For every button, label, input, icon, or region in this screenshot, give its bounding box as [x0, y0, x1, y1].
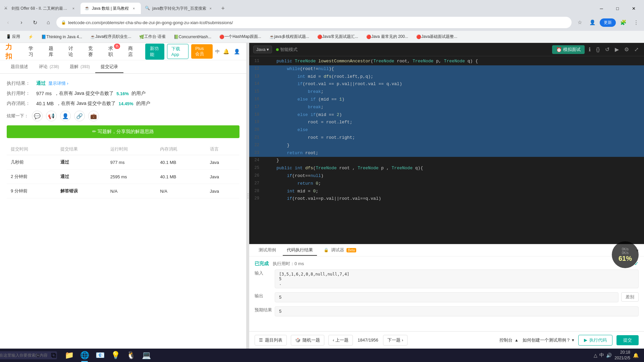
console-button[interactable]: 控制台 ▲: [499, 337, 519, 343]
input-field: 输入 [3,5,1,6,2,0,8,null,null,7,4] 5 .: [255, 269, 639, 288]
new-feature-button[interactable]: 新功能: [145, 44, 164, 60]
tab-solutions[interactable]: 题解 (393): [64, 61, 95, 73]
fullscreen-icon[interactable]: ⤢: [633, 45, 640, 54]
info-icon[interactable]: ℹ: [587, 45, 592, 54]
nav-problems[interactable]: 题库: [46, 44, 59, 59]
bookmark-hashmap[interactable]: 🔴 一个HashMap跟面...: [216, 33, 264, 41]
weibo-share-icon[interactable]: 📢: [46, 111, 57, 121]
language-select[interactable]: Java ▾: [253, 46, 272, 53]
row1-result[interactable]: 通过: [56, 155, 106, 170]
code-line-17: 17 break;: [249, 104, 644, 111]
settings-gear-icon[interactable]: ⚙: [623, 45, 630, 54]
linkedin-share-icon[interactable]: 💼: [88, 111, 99, 121]
mock-interview-button[interactable]: ⏰ 模拟面试: [552, 45, 585, 54]
address-bar[interactable]: 🔒 leetcode-cn.com/problems/er-cha-shu-de…: [56, 17, 572, 28]
reset-icon[interactable]: ↺: [604, 45, 611, 54]
taskbar-task-view[interactable]: ⧉: [46, 349, 61, 362]
tab-comments[interactable]: 评论 (238): [34, 61, 64, 73]
exec-detail-link[interactable]: 显示详情 ›: [48, 80, 68, 86]
code-line-19: 19 root = root.left;: [249, 119, 644, 126]
nav-jobs[interactable]: 求职 热: [106, 44, 119, 59]
taskbar-penguin[interactable]: 🐧: [123, 349, 138, 362]
row3-result[interactable]: 解答错误: [56, 184, 106, 198]
tab3-close[interactable]: ×: [208, 5, 214, 11]
browser-tab-2[interactable]: ☕ Java 数组 | 菜鸟教程 ×: [80, 3, 141, 14]
submit-button[interactable]: 提交: [616, 335, 639, 345]
bookmark-yuque[interactable]: 🌿 工作台·语雀: [136, 33, 169, 41]
notification-icon[interactable]: 🔔: [633, 353, 639, 358]
taskbar-vscode[interactable]: 💻: [139, 349, 154, 362]
resize-handle[interactable]: [247, 43, 249, 349]
tray-volume[interactable]: 🔊: [606, 353, 612, 358]
taskbar-search[interactable]: 🔍: [15, 349, 30, 362]
bookmark-concurrenthash[interactable]: 📗 ConcurrentHash...: [170, 33, 215, 41]
code-line-14: 14 if(root.val == p.val||root.val == q.v…: [249, 80, 644, 88]
refresh-button[interactable]: ↻: [30, 17, 40, 28]
bookmark-java-thread[interactable]: ☕ java多线程面试题...: [266, 33, 313, 41]
forward-button[interactable]: ›: [16, 17, 27, 28]
browser-tab-1[interactable]: ⚔ 剑指 Offer 68 - II. 二叉树的最近... ×: [0, 3, 80, 14]
profile-icon[interactable]: 👤: [587, 17, 598, 28]
taskbar-clock[interactable]: 20:18 2021/2/5: [614, 350, 630, 361]
download-app-button[interactable]: 下载 App: [167, 44, 189, 59]
code-format-icon[interactable]: {}: [595, 45, 601, 54]
terminal-icon[interactable]: ▶: [613, 45, 620, 54]
write-solution-button[interactable]: ✏ 写题解，分享我的解题思路: [7, 125, 239, 138]
tab2-close[interactable]: ×: [131, 5, 137, 11]
extensions-icon[interactable]: 🧩: [618, 17, 629, 28]
plus-member-button[interactable]: Plus 会员: [191, 44, 213, 59]
bookmark-lightning[interactable]: ⚡: [25, 33, 37, 41]
tab-description[interactable]: 题目描述: [5, 61, 34, 73]
tab1-close[interactable]: ×: [70, 5, 76, 11]
random-problem-button[interactable]: 🎲 随机一题: [291, 335, 324, 346]
bot-tab-debugger[interactable]: 🔒 调试器 Beta: [320, 245, 360, 256]
settings-icon[interactable]: ⋮: [631, 17, 641, 28]
minimize-button[interactable]: ─: [594, 3, 609, 14]
code-area[interactable]: 11 public TreeNode lowestCommonAncestor(…: [249, 56, 644, 244]
nav-discuss[interactable]: 讨论: [66, 44, 79, 59]
back-button[interactable]: ‹: [3, 17, 13, 28]
nav-learn[interactable]: 学习: [26, 44, 39, 59]
maximize-button[interactable]: □: [610, 3, 625, 14]
prev-problem-button[interactable]: ‹ 上一题: [328, 335, 353, 346]
new-tab-button[interactable]: +: [218, 3, 228, 14]
taskbar-cortana[interactable]: ○: [31, 349, 46, 362]
bookmark-java-200[interactable]: 🔴 Java 最常见的 200...: [363, 33, 412, 41]
tab-submissions[interactable]: 提交记录: [95, 61, 123, 73]
row2-result[interactable]: 通过: [56, 170, 106, 184]
problem-list-button[interactable]: ☰ 题目列表: [255, 335, 287, 346]
bell-icon[interactable]: 🔔: [222, 46, 230, 57]
lc-logo[interactable]: 力扣: [5, 43, 16, 61]
nav-shop[interactable]: 商店: [125, 44, 139, 59]
avatar-icon[interactable]: 👤: [233, 46, 241, 57]
taskbar-email[interactable]: 📧: [93, 349, 107, 362]
bookmark-java-interview[interactable]: 🔴 Java常见面试题汇...: [314, 33, 362, 41]
home-button[interactable]: ⌂: [43, 17, 54, 28]
taskbar-chrome[interactable]: 🌐: [77, 349, 92, 362]
bot-tab-exec-result[interactable]: 代码执行结果: [283, 245, 317, 256]
bookmark-apps[interactable]: 📱 应用: [3, 33, 23, 41]
bookmark-java-programmer[interactable]: ☕ Java程序员职业生...: [87, 33, 135, 41]
tray-up-arrow[interactable]: △: [594, 353, 597, 358]
wechat-share-icon[interactable]: 💬: [32, 111, 43, 121]
link-share-icon[interactable]: 🔗: [74, 111, 85, 121]
bookmark-java-basic[interactable]: 🔴 Java基础面试题整...: [413, 33, 461, 41]
diff-button[interactable]: 差别: [621, 292, 639, 302]
how-to-button[interactable]: 如何创建一个测试用例？ ▾: [523, 337, 574, 343]
user-share-icon[interactable]: 👤: [60, 111, 71, 121]
taskbar-idea[interactable]: 💡: [108, 349, 123, 362]
bookmark-icon[interactable]: ☆: [574, 17, 585, 28]
run-code-button[interactable]: ▶ 执行代码: [578, 335, 612, 346]
exec-pass-value[interactable]: 通过: [36, 80, 46, 86]
tray-input-method[interactable]: 中: [599, 352, 604, 358]
close-button[interactable]: ✕: [626, 3, 641, 14]
bot-tab-testcase[interactable]: 测试用例: [255, 245, 280, 256]
update-button[interactable]: 更新: [600, 18, 616, 27]
nav-contest[interactable]: 竞赛: [86, 44, 99, 59]
bookmark-thinking-java[interactable]: 📘 Thinking in Java 4...: [38, 33, 86, 41]
browser-tab-3[interactable]: 🔍 java数字转化为字符_百度搜索 ×: [141, 3, 218, 14]
language-button[interactable]: 中: [215, 49, 220, 55]
next-problem-button[interactable]: 下一题 ›: [383, 335, 408, 346]
smart-mode-toggle[interactable]: 智能模式: [276, 47, 298, 53]
taskbar-explorer[interactable]: 📁: [62, 349, 76, 362]
